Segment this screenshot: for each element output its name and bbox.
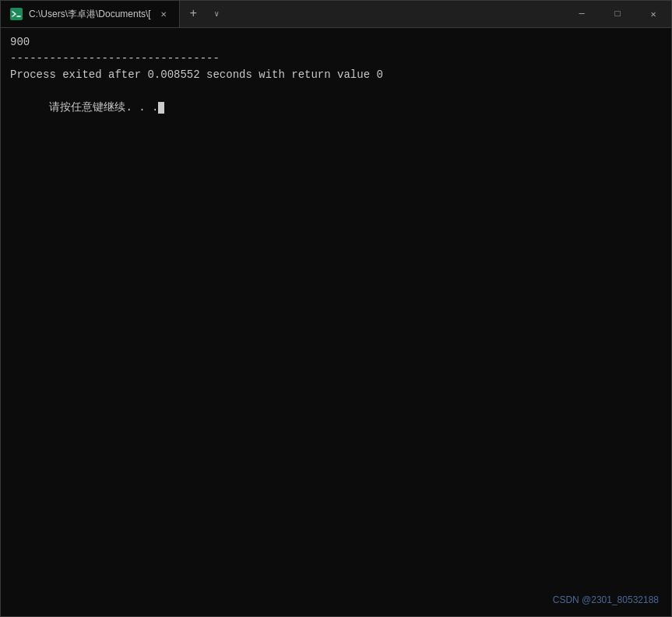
terminal-icon: [10, 8, 23, 20]
maximize-button[interactable]: □: [600, 1, 635, 28]
tab-title: C:\Users\李卓港\Documents\[: [29, 8, 151, 21]
dropdown-button[interactable]: ∨: [207, 1, 227, 28]
title-bar-left: C:\Users\李卓港\Documents\[ ✕ + ∨: [1, 1, 564, 27]
terminal-line-3: Process exited after 0.008552 seconds wi…: [10, 67, 662, 83]
tab-close-button[interactable]: ✕: [157, 8, 170, 20]
terminal-body[interactable]: 900 -------------------------------- Pro…: [1, 28, 671, 616]
terminal-line-4: 请按任意键继续. . .: [10, 83, 662, 132]
window-controls: — □ ✕: [564, 1, 671, 27]
new-tab-button[interactable]: +: [180, 1, 207, 28]
title-bar: C:\Users\李卓港\Documents\[ ✕ + ∨ — □ ✕: [1, 1, 671, 28]
svg-rect-0: [10, 8, 23, 20]
minimize-button[interactable]: —: [564, 1, 600, 28]
terminal-line-2: --------------------------------: [10, 51, 662, 67]
active-tab[interactable]: C:\Users\李卓港\Documents\[ ✕: [1, 1, 180, 27]
close-button[interactable]: ✕: [635, 1, 671, 28]
terminal-line-1: 900: [10, 34, 662, 51]
terminal-window: C:\Users\李卓港\Documents\[ ✕ + ∨ — □ ✕ 900…: [0, 0, 672, 617]
terminal-cursor: [158, 102, 164, 114]
watermark: CSDN @2301_80532188: [553, 593, 659, 607]
